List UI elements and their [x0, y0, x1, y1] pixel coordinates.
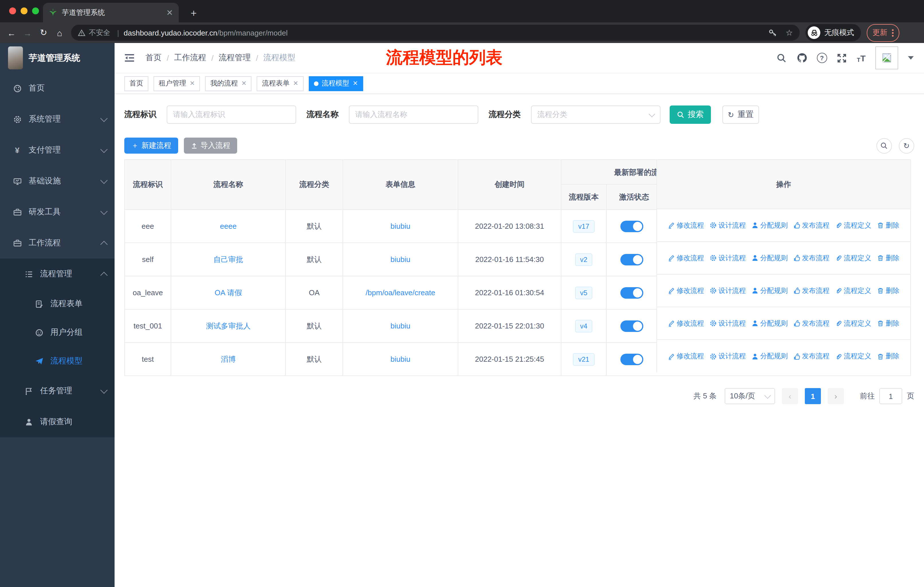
cell-form-link[interactable]: biubiu [343, 243, 458, 276]
op-link-gear[interactable]: 设计流程 [710, 220, 746, 230]
update-label[interactable]: 更新 [873, 28, 887, 38]
category-select[interactable]: 流程分类 [531, 106, 660, 124]
tab-close-icon[interactable]: ✕ [167, 8, 173, 17]
active-toggle[interactable] [620, 254, 643, 265]
op-link-user[interactable]: 分配规则 [752, 351, 788, 361]
cell-process-name-link[interactable]: 自己审批 [171, 243, 286, 276]
op-link-publish[interactable]: 发布流程 [794, 318, 830, 328]
avatar-caret-icon[interactable] [908, 56, 914, 60]
tag-process-model-active[interactable]: 流程模型✕ [309, 76, 363, 91]
browser-update-button[interactable]: 更新 [867, 24, 899, 41]
op-link-gear[interactable]: 设计流程 [710, 286, 746, 296]
cell-form-link[interactable]: biubiu [343, 210, 458, 243]
cell-process-name-link[interactable]: 测试多审批人 [171, 309, 286, 342]
op-link-publish[interactable]: 发布流程 [794, 253, 830, 263]
collapse-sidebar-icon[interactable] [124, 52, 135, 64]
password-key-icon[interactable] [769, 28, 778, 37]
op-link-edit[interactable]: 修改流程 [668, 351, 704, 361]
process-name-input[interactable]: 请输入流程名称 [349, 106, 478, 124]
url-bar[interactable]: 不安全 | dashboard.yudao.iocoder.cn/bpm/man… [71, 25, 800, 41]
sidebar-item-task-mgmt[interactable]: 任务管理 [0, 375, 115, 407]
back-button[interactable]: ← [3, 28, 20, 38]
op-link-paperclip[interactable]: 流程定义 [835, 351, 871, 361]
page-size-select[interactable]: 10条/页 [724, 388, 775, 404]
op-link-edit[interactable]: 修改流程 [668, 318, 704, 328]
process-id-input[interactable]: 请输入流程标识 [167, 106, 296, 124]
next-page-button[interactable]: › [828, 388, 844, 404]
sidebar-item-process-mgmt[interactable]: 流程管理 [0, 258, 115, 289]
op-link-edit[interactable]: 修改流程 [668, 253, 704, 263]
breadcrumb-item[interactable]: 流程管理 [219, 53, 251, 63]
op-link-trash[interactable]: 删除 [877, 253, 899, 263]
op-link-paperclip[interactable]: 流程定义 [835, 318, 871, 328]
sidebar-item-home[interactable]: 首页 [0, 73, 115, 104]
sidebar-item-payment[interactable]: ¥ 支付管理 [0, 135, 115, 166]
sidebar-item-system[interactable]: 系统管理 [0, 104, 115, 135]
breadcrumb-item[interactable]: 首页 [145, 53, 162, 63]
search-icon[interactable] [777, 53, 787, 63]
op-link-user[interactable]: 分配规则 [752, 286, 788, 296]
sidebar-item-devtools[interactable]: 研发工具 [0, 197, 115, 228]
op-link-trash[interactable]: 删除 [877, 318, 899, 328]
reset-button[interactable]: ↻ 重置 [723, 106, 759, 124]
op-link-publish[interactable]: 发布流程 [794, 220, 830, 230]
search-button[interactable]: 搜索 [670, 106, 711, 124]
tag-home[interactable]: 首页 [124, 76, 148, 91]
toggle-search-button[interactable] [876, 138, 892, 153]
op-link-edit[interactable]: 修改流程 [668, 220, 704, 230]
refresh-table-button[interactable]: ↻ [899, 138, 914, 153]
tag-close-icon[interactable]: ✕ [353, 80, 358, 87]
op-link-trash[interactable]: 删除 [877, 351, 899, 361]
sidebar-item-infra[interactable]: 基础设施 [0, 166, 115, 197]
active-toggle[interactable] [620, 354, 643, 365]
maximize-window-button[interactable] [32, 7, 39, 14]
tag-close-icon[interactable]: ✕ [293, 80, 298, 87]
sidebar-item-workflow[interactable]: 工作流程 [0, 228, 115, 258]
active-toggle[interactable] [620, 320, 643, 332]
github-icon[interactable] [797, 53, 807, 63]
tag-tenant[interactable]: 租户管理✕ [153, 76, 200, 91]
cell-form-link[interactable]: biubiu [343, 309, 458, 342]
tag-close-icon[interactable]: ✕ [241, 80, 246, 87]
close-window-button[interactable] [9, 7, 16, 14]
op-link-paperclip[interactable]: 流程定义 [835, 253, 871, 263]
op-link-paperclip[interactable]: 流程定义 [835, 220, 871, 230]
tag-process-form[interactable]: 流程表单✕ [257, 76, 303, 91]
op-link-gear[interactable]: 设计流程 [710, 318, 746, 328]
new-tab-button[interactable]: ＋ [186, 5, 201, 20]
op-link-trash[interactable]: 删除 [877, 220, 899, 230]
avatar[interactable] [875, 46, 898, 69]
cell-form-link[interactable]: biubiu [343, 343, 458, 375]
cell-process-name-link[interactable]: eeee [171, 210, 286, 243]
sidebar-item-process-model[interactable]: 流程模型 [0, 347, 115, 375]
op-link-gear[interactable]: 设计流程 [710, 351, 746, 361]
current-page-button[interactable]: 1 [805, 388, 821, 404]
cell-form-link[interactable]: /bpm/oa/leave/create [343, 276, 458, 309]
sidebar-item-user-group[interactable]: 用户分组 [0, 318, 115, 347]
forward-button[interactable]: → [20, 28, 36, 38]
sidebar-item-process-form[interactable]: 流程表单 [0, 289, 115, 318]
prev-page-button[interactable]: ‹ [782, 388, 798, 404]
goto-page-input[interactable]: 1 [879, 388, 902, 404]
op-link-paperclip[interactable]: 流程定义 [835, 286, 871, 296]
browser-menu-icon[interactable] [892, 29, 894, 36]
op-link-gear[interactable]: 设计流程 [710, 253, 746, 263]
fullscreen-icon[interactable] [837, 53, 847, 63]
active-toggle[interactable] [620, 287, 643, 298]
font-size-icon[interactable]: TT [857, 53, 866, 63]
op-link-publish[interactable]: 发布流程 [794, 351, 830, 361]
bookmark-star-icon[interactable]: ☆ [785, 28, 793, 37]
help-icon[interactable]: ? [817, 53, 827, 63]
cell-process-name-link[interactable]: 滔博 [171, 343, 286, 375]
tag-my-process[interactable]: 我的流程✕ [205, 76, 251, 91]
minimize-window-button[interactable] [21, 7, 28, 14]
op-link-edit[interactable]: 修改流程 [668, 286, 704, 296]
tag-close-icon[interactable]: ✕ [190, 80, 195, 87]
home-button[interactable]: ⌂ [51, 28, 68, 38]
cell-process-name-link[interactable]: OA 请假 [171, 276, 286, 309]
create-process-button[interactable]: ＋ 新建流程 [124, 137, 178, 154]
op-link-user[interactable]: 分配规则 [752, 220, 788, 230]
reload-button[interactable]: ↻ [36, 28, 51, 38]
breadcrumb-item[interactable]: 工作流程 [174, 53, 206, 63]
op-link-user[interactable]: 分配规则 [752, 253, 788, 263]
